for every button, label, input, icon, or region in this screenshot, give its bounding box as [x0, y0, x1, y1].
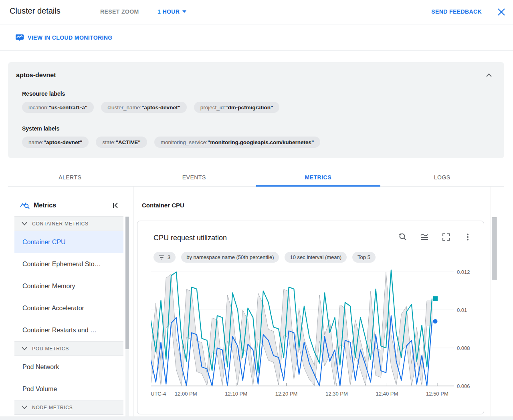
label-key: location	[28, 104, 47, 111]
main-pane-title: Container CPU	[142, 202, 184, 209]
section-pod-metrics[interactable]: POD METRICS	[14, 341, 123, 356]
main-scrollbar-track	[491, 187, 491, 416]
tab-alerts[interactable]: ALERTS	[8, 168, 132, 186]
sidebar-item-container-ephemeral-storage[interactable]: Container Ephemeral Sto…	[14, 253, 123, 275]
reset-zoom-button[interactable]: RESET ZOOM	[100, 8, 139, 15]
chevron-down-icon	[22, 222, 27, 225]
content-right-border	[498, 187, 498, 416]
cloud-monitoring-icon	[15, 34, 24, 41]
breakdown-chip[interactable]: by namespace name (50th percentile)	[181, 252, 279, 263]
send-feedback-button[interactable]: SEND FEEDBACK	[431, 8, 482, 15]
label-value: "aptos-devnet"	[141, 104, 180, 111]
sidebar-item-container-cpu[interactable]: Container CPU	[14, 231, 123, 253]
label-value: "dm-pcfmigration"	[225, 104, 273, 111]
chevron-up-icon	[484, 71, 494, 80]
label-key: name	[28, 139, 42, 145]
sidebar-title: Metrics	[34, 202, 56, 209]
sidebar-header: Metrics	[14, 195, 123, 216]
resource-labels-row: location : "us-central1-a" cluster_name …	[22, 102, 279, 113]
monitoring-link-row: VIEW IN CLOUD MONITORING	[0, 25, 513, 51]
chip-label: 3	[168, 254, 170, 260]
label-value: "aptos-devnet"	[44, 139, 83, 145]
collapse-panel-button[interactable]	[484, 71, 494, 80]
svg-text:12:10 PM: 12:10 PM	[225, 391, 247, 397]
close-icon	[496, 7, 507, 17]
svg-text:12:50 PM: 12:50 PM	[426, 391, 448, 397]
sidebar-item-container-restarts[interactable]: Container Restarts and …	[14, 319, 123, 341]
cluster-details-page: Cluster details RESET ZOOM 1 HOUR SEND F…	[0, 0, 513, 420]
time-range-button[interactable]: 1 HOUR	[158, 8, 186, 15]
time-range-label: 1 HOUR	[158, 8, 180, 15]
label-key: cluster_name	[107, 104, 140, 111]
stacked-lines-icon	[420, 232, 429, 242]
sidebar-item-container-accelerator[interactable]: Container Accelerator	[14, 297, 123, 319]
search-zoom-icon	[398, 232, 408, 242]
page-header: Cluster details RESET ZOOM 1 HOUR SEND F…	[0, 0, 513, 24]
tab-metrics[interactable]: METRICS	[256, 168, 380, 186]
chart-title: CPU request utilization	[153, 234, 227, 242]
tab-label: METRICS	[305, 174, 332, 181]
page-bottom-strip	[0, 416, 513, 420]
fullscreen-button[interactable]	[441, 232, 451, 242]
chart-svg[interactable]: 12:00 PM12:10 PM12:20 PM12:30 PM12:40 PM…	[151, 269, 477, 401]
sidebar-scrollbar-thumb[interactable]	[125, 217, 129, 349]
sidebar-item-pod-volume[interactable]: Pod Volume	[14, 378, 123, 400]
label-chip: project_id : "dm-pcfmigration"	[194, 102, 280, 113]
resource-labels-title: Resource labels	[22, 90, 65, 97]
page-title: Cluster details	[10, 6, 61, 16]
svg-text:12:30 PM: 12:30 PM	[325, 391, 348, 397]
svg-text:0.008: 0.008	[457, 345, 470, 351]
chevron-down-icon	[22, 347, 27, 350]
label-value: "us-central1-a"	[48, 104, 87, 111]
cluster-name: aptos-devnet	[16, 72, 56, 79]
chart-filter-chips: 3 by namespace name (50th percentile) 10…	[153, 252, 376, 263]
label-chip: state : "ACTIVE"	[96, 137, 147, 148]
svg-text:0.006: 0.006	[457, 383, 470, 389]
tab-events[interactable]: EVENTS	[132, 168, 256, 186]
cpu-utilization-chart[interactable]: 12:00 PM12:10 PM12:20 PM12:30 PM12:40 PM…	[151, 269, 477, 401]
svg-text:12:40 PM: 12:40 PM	[376, 391, 398, 397]
cluster-info-panel: aptos-devnet Resource labels location : …	[8, 62, 504, 158]
svg-text:0.012: 0.012	[457, 269, 470, 275]
main-scrollbar-thumb[interactable]	[492, 217, 497, 280]
fullscreen-icon	[441, 232, 451, 242]
filter-list-icon	[159, 255, 165, 260]
metrics-icon	[20, 201, 30, 211]
label-key: state	[102, 139, 114, 145]
chart-toolbar	[398, 232, 473, 242]
svg-text:0.01: 0.01	[457, 307, 467, 313]
label-chip: cluster_name : "aptos-devnet"	[101, 102, 187, 113]
tab-label: EVENTS	[182, 174, 206, 181]
label-chip: name : "aptos-devnet"	[22, 137, 89, 148]
label-value: "monitoring.googleapis.com/kubernetes"	[208, 139, 314, 145]
system-labels-title: System labels	[22, 125, 59, 132]
sidebar-item-container-memory[interactable]: Container Memory	[14, 275, 123, 297]
main-pane-header: Container CPU	[133, 195, 491, 216]
sidebar-item-pod-network[interactable]: Pod Network	[14, 356, 123, 378]
chart-card: CPU request utilization	[137, 221, 484, 414]
legend-toggle-button[interactable]	[420, 232, 429, 242]
section-label: CONTAINER METRICS	[32, 221, 89, 227]
close-button[interactable]	[496, 7, 507, 17]
interval-chip[interactable]: 10 sec interval (mean)	[285, 252, 347, 263]
chevron-down-icon	[22, 406, 27, 409]
system-labels-row: name : "aptos-devnet" state : "ACTIVE" m…	[22, 137, 320, 148]
caret-down-icon	[182, 10, 186, 13]
top-filter-chip[interactable]: Top 5	[352, 252, 376, 263]
active-tab-underline	[256, 185, 380, 187]
label-key: monitoring_service	[161, 139, 206, 145]
section-container-metrics[interactable]: CONTAINER METRICS	[14, 216, 123, 231]
filter-count-chip[interactable]: 3	[153, 252, 176, 263]
section-node-metrics[interactable]: NODE METRICS	[14, 400, 123, 415]
collapse-sidebar-button[interactable]	[111, 201, 120, 210]
monitoring-link-label: VIEW IN CLOUD MONITORING	[28, 34, 113, 41]
svg-text:UTC-4: UTC-4	[151, 391, 166, 397]
svg-text:12:00 PM: 12:00 PM	[175, 391, 197, 397]
zoom-history-button[interactable]	[398, 232, 408, 242]
tab-logs[interactable]: LOGS	[380, 168, 505, 186]
sidebar-metrics-list: CONTAINER METRICS Container CPU Containe…	[14, 216, 123, 415]
view-in-cloud-monitoring-link[interactable]: VIEW IN CLOUD MONITORING	[15, 34, 113, 41]
label-value: "ACTIVE"	[115, 139, 140, 145]
more-options-button[interactable]	[463, 232, 473, 242]
section-label: NODE METRICS	[32, 405, 73, 410]
